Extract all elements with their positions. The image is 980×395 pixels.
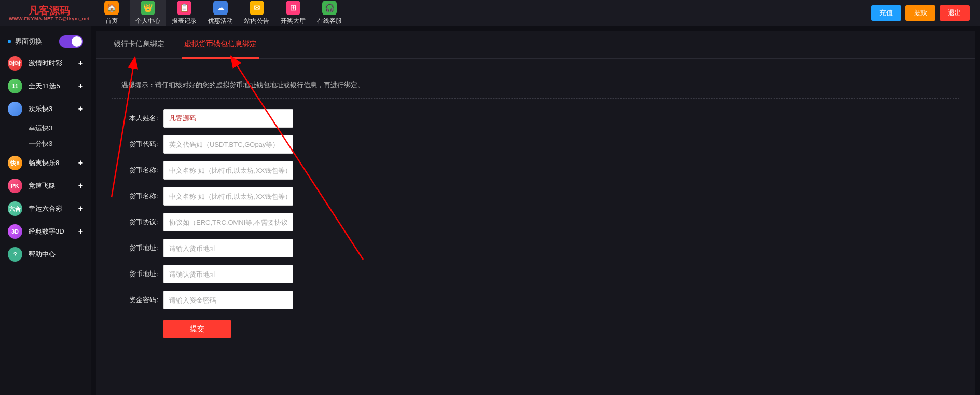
header: 凡客源码 WWW.FKYMA.NET TG@fkym_net 🏠首页👑个人中心📋… [0, 0, 980, 26]
nav-label-6: 在线客服 [317, 17, 342, 25]
sidebar-icon-1: 11 [8, 79, 22, 93]
expand-icon[interactable]: + [78, 227, 83, 236]
ui-switch[interactable] [59, 35, 83, 48]
top-nav: 🏠首页👑个人中心📋报表记录☁优惠活动✉站内公告⊞开奖大厅🎧在线客服 [93, 0, 348, 26]
sidebar-label-2: 欢乐快3 [29, 104, 52, 114]
input-cname2[interactable] [163, 187, 293, 206]
sidebar-item-1[interactable]: 11全天11选5+ [0, 75, 91, 98]
nav-item-5[interactable]: ⊞开奖大厅 [275, 0, 311, 26]
expand-icon[interactable]: + [78, 81, 83, 91]
nav-item-0[interactable]: 🏠首页 [93, 0, 130, 26]
sidebar-icon-7: ? [8, 247, 22, 262]
sidebar-icon-0: 时时 [8, 56, 22, 71]
nav-icon-2: 📋 [177, 1, 191, 15]
sidebar-icon-6: 3D [8, 224, 22, 239]
nav-label-3: 优惠活动 [208, 17, 233, 25]
nav-item-1[interactable]: 👑个人中心 [130, 0, 166, 26]
label-addr1: 货币地址: [122, 243, 158, 253]
label-addr2: 货币地址: [122, 269, 158, 279]
nav-item-2[interactable]: 📋报表记录 [166, 0, 202, 26]
sidebar-item-2[interactable]: 欢乐快3+ [0, 98, 91, 120]
sidebar-item-3[interactable]: 快8畅爽快乐8+ [0, 152, 91, 174]
nav-item-4[interactable]: ✉站内公告 [239, 0, 275, 26]
sidebar-sub-2-1[interactable]: 一分快3 [0, 136, 91, 152]
sidebar-item-4[interactable]: PK竞速飞艇+ [0, 174, 91, 197]
tip-box: 温馨提示：请仔细核对好的您的虚拟货币地址钱包地址或银行信息，再进行绑定。 [112, 72, 959, 99]
logo[interactable]: 凡客源码 WWW.FKYMA.NET TG@fkym_net [5, 5, 93, 21]
tabs: 银行卡信息绑定 虚拟货币钱包信息绑定 [96, 31, 975, 59]
expand-icon[interactable]: + [78, 181, 83, 190]
input-addr1[interactable] [163, 239, 293, 257]
input-name[interactable] [163, 109, 293, 128]
nav-item-3[interactable]: ☁优惠活动 [202, 0, 239, 26]
sidebar-label-1: 全天11选5 [29, 81, 60, 91]
withdraw-button[interactable]: 提款 [905, 5, 935, 21]
nav-label-2: 报表记录 [172, 17, 197, 25]
input-protocol[interactable] [163, 213, 293, 231]
recharge-button[interactable]: 充值 [871, 5, 901, 21]
sidebar-item-5[interactable]: 六合幸运六合彩+ [0, 197, 91, 220]
label-pwd: 资金密码: [122, 295, 158, 305]
nav-item-6[interactable]: 🎧在线客服 [311, 0, 348, 26]
sidebar: 界面切换 时时激情时时彩+11全天11选5+欢乐快3+幸运快3一分快3快8畅爽快… [0, 26, 91, 395]
input-pwd[interactable] [163, 291, 293, 309]
label-name: 本人姓名: [122, 114, 158, 123]
label-cname2: 货币名称: [122, 192, 158, 201]
nav-label-4: 站内公告 [244, 17, 269, 25]
sidebar-label-0: 激情时时彩 [29, 59, 62, 68]
label-protocol: 货币协议: [122, 217, 158, 227]
sidebar-item-6[interactable]: 3D经典数字3D+ [0, 220, 91, 243]
logo-title: 凡客源码 [29, 5, 70, 16]
ui-toggle-row: 界面切换 [0, 31, 91, 52]
label-code: 货币代码: [122, 140, 158, 149]
sidebar-label-5: 幸运六合彩 [29, 204, 62, 213]
sidebar-icon-5: 六合 [8, 201, 22, 216]
expand-icon[interactable]: + [78, 158, 83, 168]
nav-label-1: 个人中心 [135, 17, 160, 25]
dot-icon [8, 40, 11, 43]
sidebar-icon-3: 快8 [8, 156, 22, 170]
sidebar-item-7[interactable]: ?帮助中心 [0, 243, 91, 266]
expand-icon[interactable]: + [78, 204, 83, 213]
nav-icon-3: ☁ [213, 1, 228, 15]
sidebar-sub-2-0[interactable]: 幸运快3 [0, 120, 91, 136]
sidebar-item-0[interactable]: 时时激情时时彩+ [0, 52, 91, 75]
sidebar-label-3: 畅爽快乐8 [29, 158, 59, 168]
nav-icon-5: ⊞ [286, 1, 300, 15]
nav-icon-6: 🎧 [322, 1, 337, 15]
logo-subtitle: WWW.FKYMA.NET TG@fkym_net [5, 17, 93, 21]
expand-icon[interactable]: + [78, 104, 83, 114]
header-right: 充值 提款 退出 [871, 5, 975, 21]
expand-icon[interactable]: + [78, 59, 83, 68]
label-cname1: 货币名称: [122, 166, 158, 175]
nav-label-0: 首页 [105, 17, 118, 25]
input-cname1[interactable] [163, 161, 293, 180]
tab-bank[interactable]: 银行卡信息绑定 [112, 31, 167, 59]
nav-icon-0: 🏠 [104, 1, 119, 15]
logout-button[interactable]: 退出 [940, 5, 970, 21]
main-panel: 银行卡信息绑定 虚拟货币钱包信息绑定 温馨提示：请仔细核对好的您的虚拟货币地址钱… [96, 31, 975, 395]
sidebar-label-4: 竞速飞艇 [29, 181, 56, 190]
nav-label-5: 开奖大厅 [281, 17, 306, 25]
tab-crypto[interactable]: 虚拟货币钱包信息绑定 [182, 31, 259, 59]
nav-icon-4: ✉ [250, 1, 264, 15]
sidebar-icon-2 [8, 102, 22, 116]
form: 本人姓名: 货币代码: 货币名称: 货币名称: 货币协议: 货币地址: 货币地址… [96, 109, 975, 338]
sidebar-icon-4: PK [8, 179, 22, 193]
ui-toggle-label: 界面切换 [15, 37, 42, 46]
sidebar-label-7: 帮助中心 [29, 250, 56, 259]
input-code[interactable] [163, 135, 293, 154]
input-addr2[interactable] [163, 265, 293, 283]
submit-button[interactable]: 提交 [163, 320, 231, 338]
nav-icon-1: 👑 [141, 1, 155, 15]
sidebar-label-6: 经典数字3D [29, 227, 64, 236]
